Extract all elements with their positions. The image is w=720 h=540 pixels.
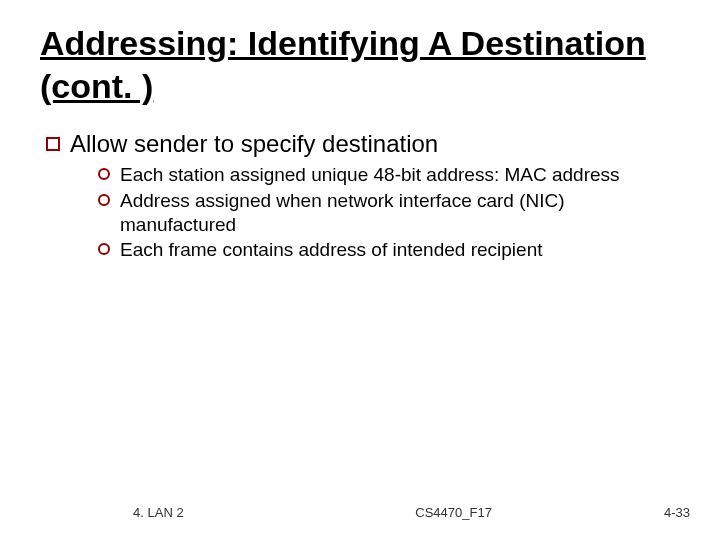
bullet-text: Each station assigned unique 48-bit addr… [120, 163, 620, 187]
slide-title: Addressing: Identifying A Destination (c… [40, 22, 680, 107]
slide: Addressing: Identifying A Destination (c… [0, 0, 720, 540]
circle-bullet-icon [98, 168, 110, 180]
list-item: Each frame contains address of intended … [98, 238, 638, 262]
list-item: Address assigned when network interface … [98, 189, 638, 237]
footer-center: CS4470_F17 [317, 505, 591, 520]
bullet-text: Allow sender to specify destination [70, 129, 438, 159]
circle-bullet-icon [98, 243, 110, 255]
bullet-text: Each frame contains address of intended … [120, 238, 542, 262]
bullet-level1: Allow sender to specify destination Each… [46, 129, 680, 262]
square-bullet-icon [46, 137, 60, 151]
slide-footer: 4. LAN 2 CS4470_F17 4-33 [0, 505, 720, 520]
circle-bullet-icon [98, 194, 110, 206]
list-item: Each station assigned unique 48-bit addr… [98, 163, 638, 187]
footer-left: 4. LAN 2 [0, 505, 317, 520]
list-item: Allow sender to specify destination [46, 129, 680, 159]
footer-right: 4-33 [590, 505, 720, 520]
bullet-level2: Each station assigned unique 48-bit addr… [98, 163, 638, 262]
bullet-text: Address assigned when network interface … [120, 189, 638, 237]
